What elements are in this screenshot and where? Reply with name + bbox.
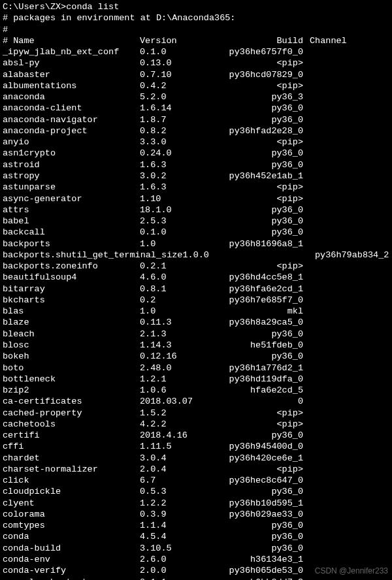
pkg-channel	[310, 125, 389, 137]
pkg-build: h6bb2dd7_3	[205, 577, 310, 580]
package-row: async-generator1.10<pip>	[3, 193, 389, 204]
pkg-channel	[310, 374, 389, 385]
pkg-build: py36hd4cc5e8_1	[205, 272, 310, 283]
pkg-version: 5.2.0	[140, 91, 205, 103]
pkg-version: 2018.03.07	[140, 396, 205, 407]
pkg-version: 0.2.1	[140, 261, 205, 272]
pkg-build: <pip>	[205, 182, 310, 193]
pkg-channel	[310, 227, 389, 238]
package-row: asn1crypto0.24.0py36_0	[3, 148, 389, 159]
pkg-build: py36_0	[205, 227, 310, 238]
pkg-name: bokeh	[3, 351, 140, 362]
pkg-build: py36_0	[205, 103, 310, 114]
pkg-name: cffi	[3, 441, 140, 452]
pkg-build: <pip>	[205, 261, 310, 272]
pkg-name: colorama	[3, 509, 140, 520]
pkg-channel	[310, 396, 389, 407]
prompt-path: C:\Users\ZX>	[3, 2, 66, 12]
pkg-build: h36134e3_1	[205, 554, 310, 565]
pkg-name: certifi	[3, 430, 140, 441]
pkg-build: py36h7e685f7_0	[205, 295, 310, 306]
pkg-build: py36h452e1ab_1	[205, 170, 310, 182]
pkg-version: 18.1.0	[140, 204, 205, 216]
pkg-channel	[310, 509, 389, 520]
pkg-name: astunparse	[3, 182, 140, 193]
pkg-channel	[310, 362, 389, 374]
pkg-channel	[310, 261, 389, 272]
pkg-channel	[310, 57, 389, 69]
package-row: comtypes1.1.4py36_0	[3, 520, 389, 531]
pkg-version: 2.48.0	[140, 362, 205, 374]
pkg-channel	[310, 498, 389, 509]
pkg-name: ca-certificates	[3, 396, 140, 407]
pkg-build: py36hfad2e28_0	[205, 125, 310, 137]
pkg-version: 2.6.0	[140, 554, 205, 565]
pkg-build: py36_0	[205, 430, 310, 441]
pkg-version: 0.8.1	[140, 283, 205, 295]
pkg-version: 0.1.0	[140, 46, 205, 57]
pkg-version: 4.5.4	[140, 531, 205, 542]
package-row: bzip21.0.6hfa6e2cd_5	[3, 385, 389, 396]
pkg-channel	[310, 91, 389, 103]
package-row: absl-py0.13.0<pip>	[3, 57, 389, 69]
package-list: _ipyw_jlab_nb_ext_conf0.1.0py36he6757f0_…	[3, 46, 389, 580]
pkg-version: 0.5.3	[140, 486, 205, 497]
package-row: cached-property1.5.2<pip>	[3, 408, 389, 419]
pkg-version: 1.10	[140, 193, 205, 204]
header-build: Build	[205, 35, 310, 46]
pkg-channel	[310, 69, 389, 80]
pkg-version: 0.2	[140, 295, 205, 306]
pkg-name: blas	[3, 306, 140, 317]
header-row: # Name Version Build Channel	[3, 35, 389, 46]
pkg-name: conda-env	[3, 554, 140, 565]
pkg-channel	[310, 193, 389, 204]
pkg-version: 0.24.0	[140, 148, 205, 159]
package-row: bottleneck1.2.1py36hd119dfa_0	[3, 374, 389, 385]
package-row: cachetools4.2.2<pip>	[3, 419, 389, 430]
package-row: anaconda-navigator1.8.7py36_0	[3, 114, 389, 125]
pkg-name: charset-normalizer	[3, 464, 140, 475]
pkg-build: py36hec8c647_0	[205, 475, 310, 486]
pkg-build: <pip>	[205, 137, 310, 148]
pkg-channel	[310, 283, 389, 295]
pkg-build: py36_0	[205, 520, 310, 531]
pkg-channel	[310, 486, 389, 497]
pkg-version: 0.1.1	[140, 577, 205, 580]
pkg-version: 1.2.2	[140, 498, 205, 509]
pkg-version: 1.1.4	[140, 520, 205, 531]
pkg-version: 0.12.16	[140, 351, 205, 362]
pkg-build: hfa6e2cd_5	[205, 385, 310, 396]
pkg-name: cloudpickle	[3, 486, 140, 497]
package-row: _ipyw_jlab_nb_ext_conf0.1.0py36he6757f0_…	[3, 46, 389, 57]
command-text: conda list	[66, 2, 119, 12]
pkg-build: py36_0	[205, 543, 310, 554]
pkg-channel	[310, 103, 389, 114]
pkg-channel	[310, 272, 389, 283]
hash-line: #	[3, 24, 389, 35]
pkg-version: 1.2.1	[140, 374, 205, 385]
pkg-version: 3.0.4	[140, 453, 205, 464]
pkg-build: py36h420ce6e_1	[205, 453, 310, 464]
pkg-version: 2018.4.16	[140, 430, 205, 441]
pkg-version: 3.0.2	[140, 170, 205, 182]
pkg-name: albumentations	[3, 80, 140, 91]
pkg-build: <pip>	[205, 408, 310, 419]
pkg-channel	[310, 148, 389, 159]
pkg-channel	[310, 430, 389, 441]
pkg-build: py36_0	[205, 204, 310, 216]
pkg-build: py36hb10d595_1	[205, 498, 310, 509]
package-row: babel2.5.3py36_0	[3, 216, 389, 227]
pkg-version: 2.0.0	[140, 565, 205, 576]
pkg-channel	[310, 351, 389, 362]
pkg-version: 1.8.7	[140, 114, 205, 125]
pkg-channel	[310, 329, 389, 340]
package-row: blaze0.11.3py36h8a29ca5_0	[3, 317, 389, 328]
pkg-build: <pip>	[205, 464, 310, 475]
package-row: bkcharts0.2py36h7e685f7_0	[3, 295, 389, 306]
pkg-channel	[310, 295, 389, 306]
pkg-version: 1.6.3	[140, 159, 205, 170]
pkg-build: py36_0	[205, 329, 310, 340]
watermark: CSDN @Jennifer233	[315, 566, 388, 576]
pkg-name: cached-property	[3, 408, 140, 419]
package-row: astropy3.0.2py36h452e1ab_1	[3, 170, 389, 182]
